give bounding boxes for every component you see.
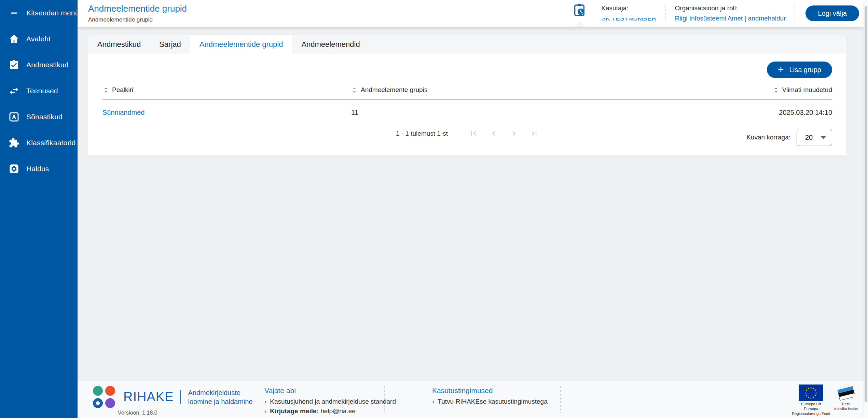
next-page-button[interactable] (509, 129, 519, 138)
svg-text:★: ★ (808, 387, 810, 390)
header-titles: Andmeelementide grupid Andmeelementide g… (88, 3, 187, 23)
svg-text:★: ★ (808, 396, 810, 399)
terms-column: Kasutustingimused ›Tutvu RIHAKEse kasutu… (432, 387, 548, 405)
puzzle-icon (8, 137, 20, 149)
chevron-right-small-icon: › (264, 398, 266, 405)
svg-text:★: ★ (810, 387, 812, 389)
footer-divider (384, 386, 385, 413)
estonia-logo-caption: Eesti tuleviku heaks (834, 402, 858, 412)
breadcrumb: Andmeelementide grupid (88, 16, 187, 23)
column-label: Pealkiri (112, 86, 133, 94)
column-label: Viimati muudetud (782, 86, 832, 94)
help-column: Vajate abi ›Kasutusjuhend ja andmekirjel… (264, 387, 396, 415)
terms-heading[interactable]: Kasutustingimused (432, 387, 548, 395)
previous-page-button[interactable] (489, 129, 498, 138)
last-page-icon (529, 129, 539, 138)
org-role-link[interactable]: Riigi Infosüsteemi Amet | andmehaldur (675, 15, 786, 22)
svg-text:★: ★ (814, 394, 816, 397)
sort-icon (102, 87, 109, 93)
svg-text:★: ★ (810, 397, 812, 400)
sidebar-item-andmestikud[interactable]: Andmestikud (0, 52, 78, 78)
sidebar-item-label: Teenused (26, 87, 58, 95)
footer-divider (250, 386, 250, 413)
sort-icon (773, 87, 779, 93)
eu-flag-logo: ★★★ ★★★ ★★★ ★★★ Euroopa Liit Euroopa Reg… (792, 385, 830, 416)
svg-text:★: ★ (813, 396, 815, 399)
app-root: Kitsendan menüü Avaleht Andmestikud Teen… (0, 0, 868, 418)
clipboard-clock-button[interactable] (572, 2, 587, 24)
chevron-right-small-icon: › (432, 398, 434, 405)
group-link[interactable]: Sünniandmed (102, 109, 351, 117)
sidebar-item-klassifikaatorid[interactable]: Klassifikaatorid (0, 130, 78, 156)
add-group-button[interactable]: + Lisa grupp (767, 62, 832, 78)
column-label: Andmeelemente grupis (361, 86, 427, 94)
user-label: Kasutaja: (601, 4, 656, 12)
sidebar-item-label: Andmestikud (26, 61, 69, 69)
tab-andmeelemendid[interactable]: Andmeelemendid (292, 35, 369, 54)
results-summary: 1 - 1 tulemust 1-st (396, 130, 448, 137)
main-area: Andmeelementide grupid Andmeelementide g… (78, 0, 864, 418)
first-page-button[interactable] (469, 129, 478, 138)
svg-text:★: ★ (805, 392, 807, 394)
sidebar-item-avaleht[interactable]: Avaleht (0, 26, 78, 52)
chevron-left-icon (489, 129, 498, 138)
column-header-andmeelemente-grupis[interactable]: Andmeelemente grupis (351, 86, 773, 94)
table-row: Sünniandmed 11 2025.03.20 14:10 (102, 100, 832, 117)
swap-arrows-icon (8, 85, 20, 97)
sidebar: Kitsendan menüü Avaleht Andmestikud Teen… (0, 0, 78, 418)
svg-text:★: ★ (805, 394, 808, 397)
contact-email: help@ria.ee (320, 407, 356, 415)
version-label: Versioon: 1.18.0 (118, 410, 157, 416)
funding-logos: ★★★ ★★★ ★★★ ★★★ Euroopa Liit Euroopa Reg… (792, 385, 858, 416)
popup-arrow (574, 22, 585, 27)
pagination-row: 1 - 1 tulemust 1-st Kuvan korraga: (102, 129, 832, 147)
eu-logo-caption: Euroopa Liit Euroopa Regionaalarengu Fon… (792, 402, 830, 416)
sidebar-item-label: Avaleht (26, 35, 51, 43)
last-page-button[interactable] (529, 129, 539, 138)
tab-andmestikud[interactable]: Andmestikud (88, 35, 150, 54)
tab-bar: Andmestikud Sarjad Andmeelementide grupi… (88, 35, 846, 54)
logout-button[interactable]: Logi välja (805, 5, 859, 21)
vertical-scrollbar[interactable] (864, 0, 868, 418)
chevron-right-icon (509, 129, 519, 138)
estonia-flag-icon (836, 385, 856, 401)
footer-divider (560, 386, 561, 413)
page-size-label: Kuvan korraga: (746, 134, 790, 141)
terms-link[interactable]: ›Tutvu RIHAKEse kasutustingimustega (432, 398, 548, 405)
page-size-select[interactable]: 20 (797, 129, 832, 146)
org-label: Organisatsioon ja roll: (675, 4, 786, 12)
estonia-flag-logo: Eesti tuleviku heaks (834, 385, 858, 412)
brand-tagline: Andmekirjelduste loomine ja haldamine (188, 388, 252, 406)
table-header-row: Pealkiri Andmeelemente grupis Viimati mu… (102, 86, 832, 100)
column-header-viimati-muudetud[interactable]: Viimati muudetud (773, 86, 832, 94)
svg-text:A: A (12, 114, 16, 120)
group-count: 11 (351, 109, 779, 117)
sidebar-item-haldus[interactable]: Haldus (0, 156, 78, 182)
column-header-pealkiri[interactable]: Pealkiri (102, 86, 351, 94)
rihake-dots-logo (93, 386, 115, 408)
tab-andmeelementide-grupid[interactable]: Andmeelementide grupid (190, 35, 292, 54)
help-link-contact[interactable]: ›Kirjutage meile: help@ria.ee (264, 407, 396, 415)
logo-dot-ring (93, 398, 103, 408)
first-page-icon (469, 129, 478, 138)
tab-sarjad[interactable]: Sarjad (150, 35, 190, 54)
sidebar-item-sonastikud[interactable]: A Sõnastikud (0, 104, 78, 130)
header-divider (665, 5, 666, 22)
help-heading[interactable]: Vajate abi (264, 387, 396, 395)
page-size-control: Kuvan korraga: 20 (746, 129, 832, 146)
user-name-link[interactable]: SK TESTNUMBER (601, 15, 656, 22)
sidebar-item-label: Klassifikaatorid (26, 139, 75, 147)
help-link-manual[interactable]: ›Kasutusjuhend ja andmekirjelduse standa… (264, 398, 396, 405)
last-modified: 2025.03.20 14:10 (779, 109, 832, 117)
sidebar-item-teenused[interactable]: Teenused (0, 78, 78, 104)
rihake-wordmark: RIHAKE (123, 390, 174, 404)
user-block: Kasutaja: SK TESTNUMBER (601, 4, 656, 22)
card-body: + Lisa grupp Pealkiri Andmeelemente grup… (88, 62, 846, 147)
logo-dot-teal (93, 386, 103, 396)
org-block: Organisatsioon ja roll: Riigi Infosüstee… (675, 4, 786, 22)
rihake-brand: RIHAKE Andmekirjelduste loomine ja halda… (93, 386, 253, 408)
sidebar-collapse-label: Kitsendan menüü (26, 9, 83, 17)
content-background: Andmestikud Sarjad Andmeelementide grupi… (78, 27, 864, 381)
scrollbar-thumb[interactable] (865, 6, 867, 402)
sidebar-collapse-menu[interactable]: Kitsendan menüü (0, 0, 78, 26)
